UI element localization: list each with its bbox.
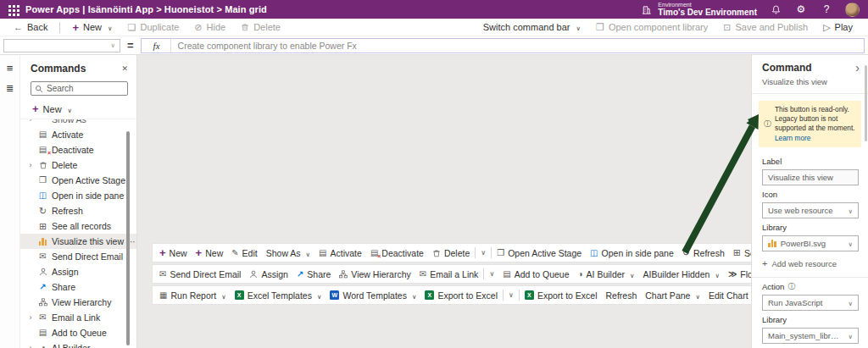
equals-sign: = — [120, 39, 141, 52]
hierarchy-icon — [339, 270, 348, 279]
grid-icon — [37, 222, 48, 231]
scrollbar-thumb[interactable] — [865, 65, 867, 141]
chevron-down-icon — [575, 22, 581, 32]
tree-item-label: Share — [52, 282, 75, 292]
chevron-down-icon — [847, 298, 854, 307]
canvas-edit-chart-button[interactable]: Edit Chart — [704, 287, 753, 303]
duplicate-button[interactable]: ❏Duplicate — [121, 19, 186, 36]
tree-item-visualize-this-view[interactable]: Visualize this view⋯ — [20, 234, 136, 249]
canvas-export-to-excel-button[interactable]: Export to Excel — [520, 287, 602, 303]
property-select[interactable] — [3, 39, 120, 52]
tree-item-refresh[interactable]: Refresh — [20, 203, 136, 218]
canvas-refresh-button[interactable]: Refresh — [678, 245, 729, 261]
canvas-deactivate-button[interactable]: Deactivate — [366, 245, 428, 261]
tree-item-label: Email a Link — [52, 312, 100, 323]
canvas-run-report-button[interactable]: Run Report — [155, 287, 231, 303]
share-icon — [297, 270, 303, 279]
canvas-new-button[interactable]: New — [155, 245, 192, 261]
tree-item-assign[interactable]: Assign — [20, 264, 136, 279]
tree-item-add-to-queue[interactable]: Add to Queue — [20, 325, 136, 340]
canvas-export-to-excel-button[interactable]: Export to Excel — [420, 287, 502, 303]
collapse-panel-chevron-icon[interactable] — [855, 62, 860, 74]
canvas-show-as-button[interactable]: Show As — [262, 245, 314, 261]
canvas-edit-button[interactable]: Edit — [227, 245, 261, 261]
label-input[interactable] — [762, 169, 859, 185]
search-box[interactable] — [31, 81, 128, 96]
hide-label: Hide — [207, 22, 226, 32]
canvas-open-active-stage-button[interactable]: Open Active Stage — [492, 245, 586, 261]
button-label: Open Active Stage — [508, 248, 581, 258]
canvas-add-to-queue-button[interactable]: Add to Queue — [498, 266, 573, 282]
settings-gear-icon[interactable]: ⚙ — [794, 3, 808, 16]
hide-button[interactable]: ⊘Hide — [187, 19, 232, 36]
tree-item-send-direct-email[interactable]: Send Direct Email — [20, 249, 136, 264]
canvas-open-in-side-pane-button[interactable]: Open in side pane — [586, 245, 678, 261]
warning-text: This button is read-only. Legacy button … — [775, 105, 855, 132]
canvas-excel-templates-button[interactable]: Excel Templates — [231, 287, 326, 303]
chart-icon — [37, 237, 48, 246]
new-button[interactable]: +New — [65, 19, 119, 36]
formula-input[interactable] — [171, 41, 864, 51]
waffle-menu-icon[interactable] — [0, 0, 25, 19]
tree-item-view-hierarchy[interactable]: View Hierarchy — [20, 295, 136, 310]
canvas-word-templates-button[interactable]: Word Templates — [326, 287, 420, 303]
help-icon[interactable]: ? — [820, 3, 833, 16]
add-web-resource-button[interactable]: +Add web resource — [752, 251, 868, 273]
tree-item-open-active-stage[interactable]: Open Active Stage — [20, 173, 136, 188]
play-label: Play — [835, 22, 853, 32]
scrollbar-thumb[interactable] — [126, 131, 130, 345]
user-avatar[interactable] — [845, 3, 860, 17]
icon-select-value: Use web resource — [768, 206, 843, 215]
overflow-chevron-icon[interactable]: ∨ — [504, 291, 518, 299]
add-library-button[interactable]: +Add library — [752, 344, 868, 348]
notifications-bell-icon[interactable] — [769, 3, 782, 16]
canvas-delete-button[interactable]: Delete — [428, 245, 474, 261]
canvas-view-hierarchy-button[interactable]: View Hierarchy — [335, 266, 415, 282]
tree-item-see-all-records[interactable]: See all records — [20, 218, 136, 234]
overflow-chevron-icon[interactable]: ∨ — [485, 270, 498, 278]
canvas-aibuilder-hidden-button[interactable]: AIBuilder Hidden — [639, 266, 724, 282]
delete-button[interactable]: Delete — [234, 19, 287, 36]
tree-item-email-a-link[interactable]: ›Email a Link — [20, 310, 136, 325]
learn-more-link[interactable]: Learn more — [775, 134, 810, 142]
back-button[interactable]: ←Back — [7, 19, 54, 36]
canvas-send-direct-email-button[interactable]: Send Direct Email — [155, 266, 245, 282]
search-input[interactable] — [47, 84, 114, 93]
library-select[interactable]: Main_system_library.js — [762, 328, 859, 344]
tree-view-icon[interactable]: ≣ — [6, 83, 14, 94]
tree-item-clipped[interactable]: › Show As — [20, 119, 136, 127]
panel-new-button[interactable]: + New — [20, 101, 136, 119]
divider — [491, 247, 492, 258]
tree-item-open-in-side-pane[interactable]: Open in side pane — [20, 188, 136, 203]
canvas-activate-button[interactable]: Activate — [314, 245, 366, 261]
button-label: Export to Excel — [437, 290, 498, 301]
canvas-refresh-button[interactable]: Refresh — [602, 287, 642, 303]
action-select[interactable]: Run JavaScript — [762, 295, 859, 311]
environment-picker[interactable]: Environment Timo's Dev Environment — [639, 2, 757, 18]
refresh-icon — [37, 207, 48, 216]
play-button[interactable]: ▷Play — [816, 19, 860, 36]
chart-icon — [768, 239, 776, 247]
chevron-down-icon — [304, 248, 311, 258]
canvas-email-a-link-button[interactable]: Email a Link — [415, 266, 483, 282]
canvas-share-button[interactable]: Share — [292, 266, 335, 282]
icon-select[interactable]: Use web resource — [762, 202, 859, 218]
web-resource-select[interactable]: PowerBI.svg — [762, 235, 859, 251]
close-icon[interactable]: ✕ — [121, 64, 128, 73]
tree-item-deactivate[interactable]: Deactivate — [20, 142, 136, 157]
tree-item-ai-builder[interactable]: ›AI Builder — [20, 340, 136, 348]
canvas-assign-button[interactable]: Assign — [245, 266, 292, 282]
open-component-library-button[interactable]: ❒Open component library — [589, 19, 715, 36]
add-icon: + — [762, 259, 767, 268]
canvas-ai-builder-button[interactable]: AI Builder — [574, 266, 639, 282]
tree-item-share[interactable]: Share — [20, 279, 136, 295]
canvas-chart-pane-button[interactable]: Chart Pane — [641, 287, 704, 303]
hamburger-menu-icon[interactable]: ≡ — [7, 62, 14, 75]
tree-item-delete[interactable]: ›Delete — [20, 157, 136, 173]
tree-item-activate[interactable]: Activate — [20, 127, 136, 142]
overflow-chevron-icon[interactable]: ∨ — [476, 249, 490, 257]
canvas-new-button[interactable]: New — [192, 245, 228, 261]
tree-item-label: Assign — [52, 267, 79, 277]
save-and-publish-button[interactable]: ⊡Save and Publish — [716, 19, 815, 36]
switch-command-bar-button[interactable]: Switch command bar — [476, 19, 587, 36]
